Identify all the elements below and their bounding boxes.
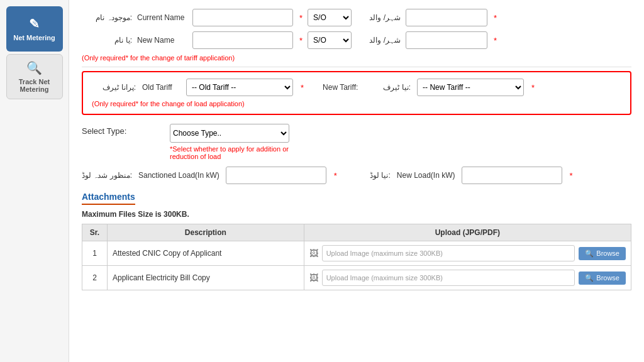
max-size-note: Maximum Files Size is 300KB. — [82, 210, 631, 219]
new-load-required: * — [570, 171, 573, 180]
guardian-input-2[interactable] — [406, 31, 487, 49]
select-type-label: Select Type: — [82, 124, 164, 136]
old-tariff-select[interactable]: -- Old Tariff -- — [186, 79, 293, 96]
guardian-required-1: * — [494, 13, 497, 23]
attachments-title: Attachments — [82, 192, 135, 205]
new-load-en-label: New Load(In kW) — [397, 171, 455, 180]
current-name-urdu-label: موجودہ نام: — [82, 13, 132, 22]
tariff-note: (Only required* for the change of tariff… — [82, 54, 631, 62]
select-type-section: Select Type: Choose Type.. *Select wheth… — [82, 124, 631, 160]
load-row: منظور شدہ لوڈ: Sanctioned Load(In kW) * … — [82, 167, 631, 184]
sr-cell: 2 — [82, 266, 108, 290]
upload-cell: 🖼 Upload Image (maximum size 300KB) 🔍 Br… — [304, 241, 631, 266]
new-tariff-select[interactable]: -- New Tariff -- — [417, 79, 524, 96]
desc-cell: Applicant Electricity Bill Copy — [108, 266, 304, 290]
type-select[interactable]: Choose Type.. — [170, 124, 289, 143]
browse-label: Browse — [596, 250, 619, 257]
current-name-en-label: Current Name — [137, 13, 187, 22]
load-note: (Only required* for the change of load a… — [92, 100, 621, 107]
col-upload: Upload (JPG/PDF) — [304, 224, 631, 241]
track-icon: 🔍 — [26, 60, 42, 75]
search-icon: 🔍 — [585, 274, 594, 282]
divider-1 — [82, 67, 631, 67]
browse-button[interactable]: 🔍 Browse — [579, 247, 626, 260]
select-type-content: Choose Type.. *Select whether to apply f… — [170, 124, 296, 160]
upload-cell: 🖼 Upload Image (maximum size 300KB) 🔍 Br… — [304, 266, 631, 290]
browse-button[interactable]: 🔍 Browse — [579, 272, 626, 285]
tariff-box: پرانا ٹیرف: Old Tariff -- Old Tariff -- … — [82, 71, 631, 115]
new-name-required: * — [299, 36, 303, 45]
table-row: 2 Applicant Electricity Bill Copy 🖼 Uplo… — [82, 266, 631, 290]
image-icon: 🖼 — [309, 273, 318, 283]
upload-placeholder: Upload Image (maximum size 300KB) — [322, 245, 575, 261]
guardian-urdu-label-1: شہر/ والد — [357, 13, 401, 22]
desc-cell: Attested CNIC Copy of Applicant — [108, 241, 304, 266]
old-tariff-en-label: Old Tariff — [142, 83, 180, 92]
new-name-en-label: New Name — [137, 36, 187, 45]
sr-cell: 1 — [82, 241, 108, 266]
col-sr: Sr. — [82, 224, 108, 241]
upload-placeholder: Upload Image (maximum size 300KB) — [322, 270, 575, 286]
sanctioned-en-label: Sanctioned Load(In kW) — [138, 171, 219, 180]
attachments-section: Attachments Maximum Files Size is 300KB.… — [82, 192, 631, 290]
old-tariff-required: * — [301, 83, 304, 92]
sidebar-item-track[interactable]: 🔍 Track Net Metering — [6, 54, 63, 99]
browse-label: Browse — [596, 274, 619, 282]
guardian-input-1[interactable] — [406, 9, 487, 26]
main-content: موجودہ نام: Current Name * S/O D/O W/O ش… — [69, 0, 644, 362]
search-icon: 🔍 — [585, 250, 594, 258]
new-name-urdu-label: یا نام: — [82, 36, 132, 45]
sanctioned-urdu-label: منظور شدہ لوڈ: — [82, 171, 132, 180]
col-desc: Description — [108, 224, 304, 241]
new-name-row: یا نام: New Name * S/O D/O W/O شہر/ والد… — [82, 31, 631, 49]
sidebar-track-label: Track Net Metering — [7, 78, 62, 93]
sidebar-net-metering-label: Net Metering — [13, 34, 55, 41]
type-hint: *Select whether to apply for addition or… — [170, 145, 296, 160]
new-load-urdu-label: نیا لوڈ: — [356, 171, 391, 180]
sanctioned-load-input[interactable] — [226, 167, 326, 184]
sidebar-item-net-metering[interactable]: ✎ Net Metering — [6, 6, 63, 52]
sanctioned-required: * — [334, 171, 337, 180]
sidebar: ✎ Net Metering 🔍 Track Net Metering — [0, 0, 69, 362]
guardian-required-2: * — [494, 36, 497, 45]
old-tariff-urdu-label: پرانا ٹیرف: — [92, 83, 136, 92]
table-row: 1 Attested CNIC Copy of Applicant 🖼 Uplo… — [82, 241, 631, 266]
image-icon: 🖼 — [309, 248, 318, 258]
current-name-required: * — [299, 13, 303, 23]
guardian-urdu-label-2: شہر/ والد — [357, 36, 401, 45]
attachments-table: Sr. Description Upload (JPG/PDF) 1 Attes… — [82, 224, 631, 290]
current-name-row: موجودہ نام: Current Name * S/O D/O W/O ش… — [82, 9, 631, 26]
new-name-input[interactable] — [192, 31, 293, 49]
current-name-input[interactable] — [192, 9, 293, 26]
net-metering-icon: ✎ — [29, 16, 40, 31]
tariff-row: پرانا ٹیرف: Old Tariff -- Old Tariff -- … — [92, 79, 621, 96]
current-name-so-select[interactable]: S/O D/O W/O — [308, 9, 352, 26]
new-tariff-urdu-label: نیا ٹیرف: — [367, 83, 411, 92]
new-tariff-required: * — [531, 83, 535, 92]
new-tariff-en-label: New Tariff: — [323, 83, 360, 92]
new-load-input[interactable] — [462, 167, 562, 184]
new-name-so-select[interactable]: S/O D/O W/O — [308, 31, 352, 49]
